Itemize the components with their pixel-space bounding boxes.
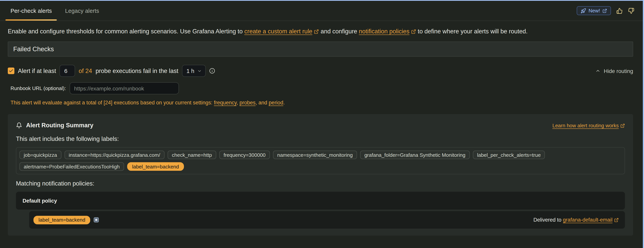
label-chip: check_name=http xyxy=(168,151,216,159)
delivered-text: Delivered to grafana-default-email xyxy=(533,217,619,223)
period-value: 1 h xyxy=(186,68,194,74)
label-chip: job=quickpizza xyxy=(20,151,61,159)
routing-panel-header: Alert Routing Summary Learn how alert ro… xyxy=(16,121,625,130)
delivered-prefix: Delivered to xyxy=(533,217,563,223)
check-icon xyxy=(8,68,14,73)
hide-routing-toggle[interactable]: Hide routing xyxy=(595,68,633,74)
runbook-label: Runbook URL (optional): xyxy=(10,85,66,91)
tab-label: Legacy alerts xyxy=(65,7,99,14)
runbook-url-input[interactable] xyxy=(70,82,179,94)
intro-pre: Enable and configure thresholds for comm… xyxy=(8,28,244,34)
notification-policies-link[interactable]: notification policies xyxy=(359,28,416,34)
alert-routing-summary-panel: Alert Routing Summary Learn how alert ro… xyxy=(8,114,633,236)
labels-list: job=quickpizzainstance=https://quickpizz… xyxy=(16,147,625,174)
thumbs-down-button[interactable] xyxy=(628,7,634,14)
thumbs-up-button[interactable] xyxy=(616,7,622,14)
tab-per-check-alerts[interactable]: Per-check alerts xyxy=(6,1,57,20)
routing-panel-title: Alert Routing Summary xyxy=(26,122,93,129)
tabbar-actions: New! xyxy=(577,1,643,20)
period-link[interactable]: period xyxy=(269,100,283,106)
intro-text: Enable and configure thresholds for comm… xyxy=(8,28,633,35)
chevron-up-icon xyxy=(595,68,600,73)
thumbs-up-icon xyxy=(616,7,622,14)
bell-icon xyxy=(16,122,22,128)
label-chip: alertname=ProbeFailedExecutionsTooHigh xyxy=(20,162,124,171)
probes-link[interactable]: probes xyxy=(240,100,256,106)
external-link-icon xyxy=(620,124,625,128)
label-chip: instance=https://quickpizza.grafana.com/ xyxy=(64,151,164,159)
policy-name: Default policy xyxy=(22,198,57,204)
note-sep: , and xyxy=(256,100,269,106)
evaluation-note: This alert will evaluate against a total… xyxy=(8,100,633,106)
policies-heading: Matching notification policies: xyxy=(16,180,625,187)
link-label: grafana-default-email xyxy=(563,217,612,223)
note-post: . xyxy=(283,100,285,106)
main-content: Enable and configure thresholds for comm… xyxy=(0,28,643,236)
thumbs-down-icon xyxy=(628,7,634,14)
rocket-icon xyxy=(581,8,586,13)
contact-point-link[interactable]: grafana-default-email xyxy=(563,217,619,223)
label-chip: frequency=300000 xyxy=(219,151,270,159)
default-policy-row: Default policy xyxy=(16,192,625,210)
learn-routing-link[interactable]: Learn how alert routing works xyxy=(552,123,625,128)
link-label: Learn how alert routing works xyxy=(552,123,619,128)
tab-label: Per-check alerts xyxy=(10,7,52,14)
alert-threshold-row: Alert if at least of 24 probe executions… xyxy=(8,65,633,77)
label-chip: label_team=backend xyxy=(127,162,184,171)
matched-label-chip: label_team=backend xyxy=(34,216,90,224)
external-link-icon xyxy=(314,29,319,34)
of-total-label: of 24 xyxy=(78,67,92,74)
chevron-down-icon xyxy=(197,69,202,73)
external-link-icon xyxy=(602,8,607,13)
label-chip: grafana_folder=Grafana Synthetic Monitor… xyxy=(360,151,470,159)
threshold-input[interactable] xyxy=(60,65,75,77)
section-title: Failed Checks xyxy=(13,45,54,53)
label-chip: namespace=synthetic_monitoring xyxy=(273,151,357,159)
link-label: create a custom alert rule xyxy=(244,28,312,34)
period-select[interactable]: 1 h xyxy=(182,65,206,77)
tab-bar: Per-check alerts Legacy alerts New! xyxy=(0,1,643,21)
intro-mid: and configure xyxy=(319,28,359,34)
frequency-link[interactable]: frequency xyxy=(214,100,237,106)
alert-enabled-checkbox[interactable] xyxy=(8,68,14,74)
runbook-row: Runbook URL (optional): xyxy=(8,82,633,94)
note-pre: This alert will evaluate against a total… xyxy=(10,100,214,106)
link-label: notification policies xyxy=(359,28,409,34)
matched-label-row: label_team=backend Delivered to grafana-… xyxy=(29,211,625,229)
failed-checks-header: Failed Checks xyxy=(8,41,633,57)
hide-routing-label: Hide routing xyxy=(604,68,633,74)
square-icon xyxy=(94,217,99,222)
alert-label-suffix: probe executions fail in the last xyxy=(96,67,178,74)
info-icon[interactable] xyxy=(209,68,215,74)
create-alert-rule-link[interactable]: create a custom alert rule xyxy=(244,28,319,34)
label-chip: label_per_check_alerts=true xyxy=(473,151,545,159)
external-link-icon xyxy=(614,218,619,223)
intro-post: to define where your alerts will be rout… xyxy=(416,28,528,34)
note-sep: , xyxy=(237,100,240,106)
alert-label-prefix: Alert if at least xyxy=(18,67,56,74)
new-badge-label: New! xyxy=(588,8,600,13)
per-check-alerts-page: Per-check alerts Legacy alerts New! Enab… xyxy=(0,0,644,248)
new-feature-badge[interactable]: New! xyxy=(577,6,611,15)
labels-heading: This alert includes the following labels… xyxy=(16,135,625,142)
tab-legacy-alerts[interactable]: Legacy alerts xyxy=(60,1,104,20)
external-link-icon xyxy=(411,29,416,34)
